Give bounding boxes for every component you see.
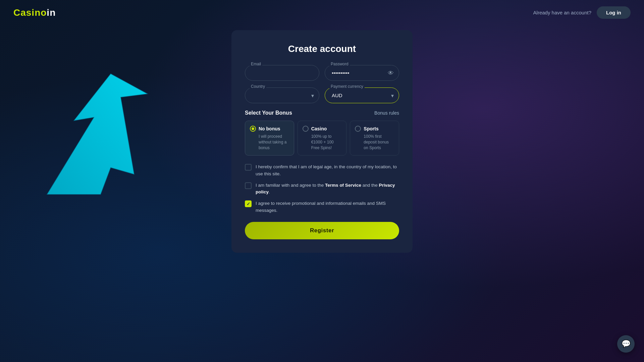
no-bonus-name: No bonus xyxy=(259,126,280,131)
sports-bonus-desc: 100% first deposit bonus on Sports xyxy=(355,134,394,150)
currency-field-wrapper: Payment currency AUD USD EUR ▾ xyxy=(325,87,399,103)
promo-label: I agree to receive promotional and infor… xyxy=(256,200,399,214)
promo-checkbox[interactable] xyxy=(245,200,252,207)
no-bonus-header: No bonus xyxy=(250,126,289,132)
terms-of-service-link[interactable]: Terms of Service xyxy=(325,183,361,188)
bonus-card-sports[interactable]: Sports 100% first deposit bonus on Sport… xyxy=(350,121,399,156)
no-bonus-radio xyxy=(250,126,256,132)
email-field-wrapper: Email xyxy=(245,65,319,81)
email-input[interactable] xyxy=(245,65,319,81)
password-wrapper: 👁 xyxy=(325,65,399,81)
bonus-section-title: Select Your Bonus xyxy=(245,110,292,116)
bonus-rules-link[interactable]: Bonus rules xyxy=(374,110,399,116)
country-select-wrapper: Australia United States United Kingdom ▾ xyxy=(245,87,319,103)
form-title: Create account xyxy=(245,44,399,54)
terms-row: I am familiar with and agree to the Term… xyxy=(245,182,399,196)
legal-age-label: I hereby confirm that I am of legal age,… xyxy=(256,164,399,177)
promo-row: I agree to receive promotional and infor… xyxy=(245,200,399,214)
currency-select[interactable]: AUD USD EUR xyxy=(325,87,399,103)
casino-radio xyxy=(303,126,309,132)
login-button[interactable]: Log in xyxy=(597,6,631,19)
email-password-row: Email Password 👁 xyxy=(245,65,399,81)
header: Casinoin Already have an account? Log in xyxy=(0,0,644,25)
bonus-options: No bonus I will proceed without taking a… xyxy=(245,121,399,156)
sports-bonus-header: Sports xyxy=(355,126,394,132)
country-field-wrapper: Country Australia United States United K… xyxy=(245,87,319,103)
casino-bonus-name: Casino xyxy=(311,126,327,131)
no-bonus-radio-inner xyxy=(252,127,254,130)
bonus-card-no-bonus[interactable]: No bonus I will proceed without taking a… xyxy=(245,121,294,156)
country-select[interactable]: Australia United States United Kingdom xyxy=(245,87,319,103)
sports-radio xyxy=(355,126,361,132)
casino-bonus-desc: 100% up to €1000 + 100 Free Spins! xyxy=(303,134,342,150)
currency-select-wrapper: AUD USD EUR ▾ xyxy=(325,87,399,103)
toggle-password-icon[interactable]: 👁 xyxy=(388,69,394,76)
no-bonus-desc: I will proceed without taking a bonus xyxy=(250,134,289,150)
chat-icon: 💬 xyxy=(622,340,631,348)
legal-age-checkbox[interactable] xyxy=(245,164,252,171)
chat-button[interactable]: 💬 xyxy=(617,335,635,353)
sports-bonus-name: Sports xyxy=(364,126,378,131)
terms-label: I am familiar with and agree to the Term… xyxy=(256,182,399,196)
password-field-wrapper: Password 👁 xyxy=(325,65,399,81)
email-label: Email xyxy=(250,62,262,66)
already-account-text: Already have an account? xyxy=(533,10,591,15)
currency-label: Payment currency xyxy=(329,84,365,89)
bonus-card-casino[interactable]: Casino 100% up to €1000 + 100 Free Spins… xyxy=(298,121,347,156)
casino-bonus-header: Casino xyxy=(303,126,342,132)
svg-marker-0 xyxy=(47,74,148,194)
country-currency-row: Country Australia United States United K… xyxy=(245,87,399,103)
bonus-section-header: Select Your Bonus Bonus rules xyxy=(245,110,399,116)
terms-checkbox[interactable] xyxy=(245,182,252,189)
arrow-decoration xyxy=(27,67,154,208)
logo: Casinoin xyxy=(13,7,56,18)
checkbox-group: I hereby confirm that I am of legal age,… xyxy=(245,164,399,214)
country-label: Country xyxy=(250,84,266,89)
registration-form: Create account Email Password 👁 Country … xyxy=(231,30,413,253)
header-right: Already have an account? Log in xyxy=(533,6,631,19)
register-button[interactable]: Register xyxy=(245,222,399,239)
password-label: Password xyxy=(329,62,350,66)
legal-age-row: I hereby confirm that I am of legal age,… xyxy=(245,164,399,177)
